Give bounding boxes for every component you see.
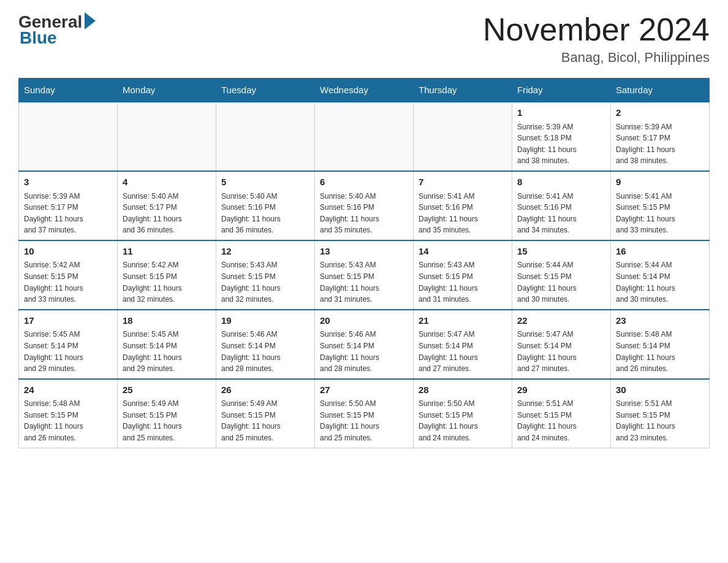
day-number: 27 <box>320 383 408 397</box>
day-number: 22 <box>517 314 605 328</box>
day-number: 10 <box>24 245 112 259</box>
day-number: 14 <box>419 245 507 259</box>
calendar-cell <box>216 102 315 171</box>
calendar-header-row: SundayMondayTuesdayWednesdayThursdayFrid… <box>19 79 710 102</box>
day-info: Sunrise: 5:42 AMSunset: 5:15 PMDaylight:… <box>123 259 211 305</box>
calendar-cell: 3Sunrise: 5:39 AMSunset: 5:17 PMDaylight… <box>19 171 118 240</box>
week-row-5: 24Sunrise: 5:48 AMSunset: 5:15 PMDayligh… <box>19 379 710 448</box>
day-number: 19 <box>221 314 309 328</box>
week-row-3: 10Sunrise: 5:42 AMSunset: 5:15 PMDayligh… <box>19 240 710 310</box>
day-number: 23 <box>616 314 704 328</box>
calendar-cell: 11Sunrise: 5:42 AMSunset: 5:15 PMDayligh… <box>118 240 216 310</box>
calendar-cell <box>118 102 216 171</box>
day-info: Sunrise: 5:44 AMSunset: 5:15 PMDaylight:… <box>517 259 605 305</box>
calendar-cell: 2Sunrise: 5:39 AMSunset: 5:17 PMDaylight… <box>611 102 710 171</box>
calendar-cell: 1Sunrise: 5:39 AMSunset: 5:18 PMDaylight… <box>512 102 611 171</box>
day-number: 1 <box>517 106 605 120</box>
day-number: 2 <box>616 106 704 120</box>
week-row-1: 1Sunrise: 5:39 AMSunset: 5:18 PMDaylight… <box>19 102 710 171</box>
day-info: Sunrise: 5:41 AMSunset: 5:16 PMDaylight:… <box>419 191 507 236</box>
day-info: Sunrise: 5:40 AMSunset: 5:17 PMDaylight:… <box>123 191 211 236</box>
calendar-cell: 24Sunrise: 5:48 AMSunset: 5:15 PMDayligh… <box>19 379 118 448</box>
week-row-4: 17Sunrise: 5:45 AMSunset: 5:14 PMDayligh… <box>19 310 710 379</box>
day-info: Sunrise: 5:45 AMSunset: 5:14 PMDaylight:… <box>123 329 211 374</box>
calendar-cell: 10Sunrise: 5:42 AMSunset: 5:15 PMDayligh… <box>19 240 118 310</box>
day-number: 26 <box>221 383 309 397</box>
day-info: Sunrise: 5:47 AMSunset: 5:14 PMDaylight:… <box>419 329 507 374</box>
day-info: Sunrise: 5:43 AMSunset: 5:15 PMDaylight:… <box>221 259 309 305</box>
day-info: Sunrise: 5:44 AMSunset: 5:14 PMDaylight:… <box>616 259 704 305</box>
calendar-cell: 9Sunrise: 5:41 AMSunset: 5:15 PMDaylight… <box>611 171 710 240</box>
day-number: 28 <box>419 383 507 397</box>
day-info: Sunrise: 5:43 AMSunset: 5:15 PMDaylight:… <box>419 259 507 305</box>
calendar-cell <box>414 102 512 171</box>
day-number: 3 <box>24 175 112 190</box>
day-number: 24 <box>24 383 112 397</box>
calendar-cell: 25Sunrise: 5:49 AMSunset: 5:15 PMDayligh… <box>118 379 216 448</box>
day-number: 6 <box>320 175 408 190</box>
day-number: 4 <box>123 175 211 190</box>
calendar-table: SundayMondayTuesdayWednesdayThursdayFrid… <box>18 78 710 448</box>
calendar-cell: 30Sunrise: 5:51 AMSunset: 5:15 PMDayligh… <box>611 379 710 448</box>
calendar-cell: 6Sunrise: 5:40 AMSunset: 5:16 PMDaylight… <box>315 171 414 240</box>
calendar-cell: 17Sunrise: 5:45 AMSunset: 5:14 PMDayligh… <box>19 310 118 379</box>
day-info: Sunrise: 5:39 AMSunset: 5:18 PMDaylight:… <box>517 121 605 167</box>
calendar-cell: 18Sunrise: 5:45 AMSunset: 5:14 PMDayligh… <box>118 310 216 379</box>
day-number: 16 <box>616 245 704 259</box>
calendar-cell: 21Sunrise: 5:47 AMSunset: 5:14 PMDayligh… <box>414 310 512 379</box>
column-header-monday: Monday <box>118 79 216 102</box>
day-number: 15 <box>517 245 605 259</box>
column-header-friday: Friday <box>512 79 611 102</box>
day-info: Sunrise: 5:43 AMSunset: 5:15 PMDaylight:… <box>320 259 408 305</box>
calendar-cell: 15Sunrise: 5:44 AMSunset: 5:15 PMDayligh… <box>512 240 611 310</box>
day-info: Sunrise: 5:51 AMSunset: 5:15 PMDaylight:… <box>616 398 704 443</box>
day-number: 29 <box>517 383 605 397</box>
calendar-cell: 19Sunrise: 5:46 AMSunset: 5:14 PMDayligh… <box>216 310 315 379</box>
column-header-thursday: Thursday <box>414 79 512 102</box>
day-number: 5 <box>221 175 309 190</box>
calendar-cell: 7Sunrise: 5:41 AMSunset: 5:16 PMDaylight… <box>414 171 512 240</box>
day-info: Sunrise: 5:50 AMSunset: 5:15 PMDaylight:… <box>320 398 408 443</box>
day-info: Sunrise: 5:40 AMSunset: 5:16 PMDaylight:… <box>320 191 408 236</box>
day-number: 13 <box>320 245 408 259</box>
day-number: 30 <box>616 383 704 397</box>
day-number: 25 <box>123 383 211 397</box>
day-number: 20 <box>320 314 408 328</box>
calendar-cell: 20Sunrise: 5:46 AMSunset: 5:14 PMDayligh… <box>315 310 414 379</box>
day-number: 18 <box>123 314 211 328</box>
day-info: Sunrise: 5:47 AMSunset: 5:14 PMDaylight:… <box>517 329 605 374</box>
logo-arrow-icon <box>85 12 96 29</box>
calendar-cell: 27Sunrise: 5:50 AMSunset: 5:15 PMDayligh… <box>315 379 414 448</box>
day-number: 21 <box>419 314 507 328</box>
day-info: Sunrise: 5:39 AMSunset: 5:17 PMDaylight:… <box>616 121 704 167</box>
day-info: Sunrise: 5:39 AMSunset: 5:17 PMDaylight:… <box>24 191 112 236</box>
title-area: November 2024 Banag, Bicol, Philippines <box>483 12 710 66</box>
calendar-cell: 5Sunrise: 5:40 AMSunset: 5:16 PMDaylight… <box>216 171 315 240</box>
column-header-wednesday: Wednesday <box>315 79 414 102</box>
day-info: Sunrise: 5:51 AMSunset: 5:15 PMDaylight:… <box>517 398 605 443</box>
month-title: November 2024 <box>483 12 710 47</box>
day-info: Sunrise: 5:48 AMSunset: 5:15 PMDaylight:… <box>24 398 112 443</box>
calendar-cell: 16Sunrise: 5:44 AMSunset: 5:14 PMDayligh… <box>611 240 710 310</box>
day-number: 8 <box>517 175 605 190</box>
day-info: Sunrise: 5:41 AMSunset: 5:15 PMDaylight:… <box>616 191 704 236</box>
day-info: Sunrise: 5:45 AMSunset: 5:14 PMDaylight:… <box>24 329 112 374</box>
calendar-cell <box>19 102 118 171</box>
week-row-2: 3Sunrise: 5:39 AMSunset: 5:17 PMDaylight… <box>19 171 710 240</box>
day-info: Sunrise: 5:41 AMSunset: 5:16 PMDaylight:… <box>517 191 605 236</box>
day-number: 9 <box>616 175 704 190</box>
day-info: Sunrise: 5:46 AMSunset: 5:14 PMDaylight:… <box>320 329 408 374</box>
column-header-saturday: Saturday <box>611 79 710 102</box>
logo: General Blue <box>18 12 96 48</box>
day-info: Sunrise: 5:46 AMSunset: 5:14 PMDaylight:… <box>221 329 309 374</box>
day-info: Sunrise: 5:40 AMSunset: 5:16 PMDaylight:… <box>221 191 309 236</box>
calendar-cell: 29Sunrise: 5:51 AMSunset: 5:15 PMDayligh… <box>512 379 611 448</box>
column-header-tuesday: Tuesday <box>216 79 315 102</box>
column-header-sunday: Sunday <box>19 79 118 102</box>
calendar-cell: 23Sunrise: 5:48 AMSunset: 5:14 PMDayligh… <box>611 310 710 379</box>
calendar-cell: 4Sunrise: 5:40 AMSunset: 5:17 PMDaylight… <box>118 171 216 240</box>
day-info: Sunrise: 5:48 AMSunset: 5:14 PMDaylight:… <box>616 329 704 374</box>
calendar-cell: 28Sunrise: 5:50 AMSunset: 5:15 PMDayligh… <box>414 379 512 448</box>
day-info: Sunrise: 5:42 AMSunset: 5:15 PMDaylight:… <box>24 259 112 305</box>
calendar-cell: 22Sunrise: 5:47 AMSunset: 5:14 PMDayligh… <box>512 310 611 379</box>
